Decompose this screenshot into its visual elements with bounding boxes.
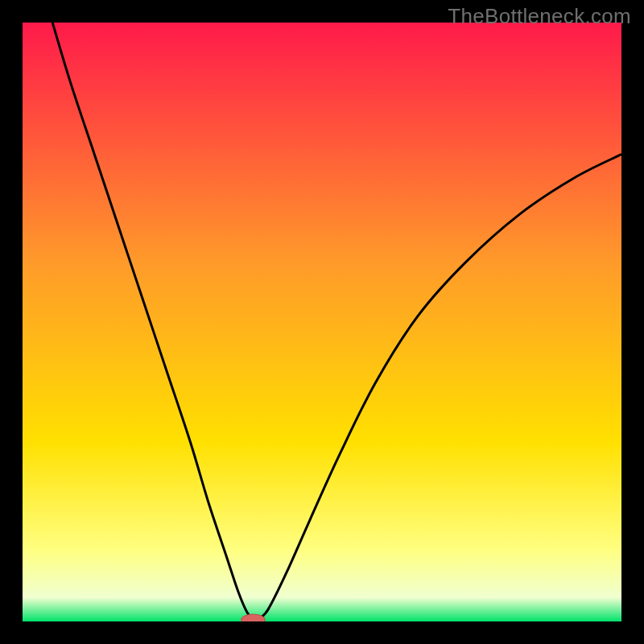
chart-frame: TheBottleneck.com [0,0,644,644]
watermark-text: TheBottleneck.com [448,4,631,29]
bottleneck-chart [23,23,621,621]
gradient-background [23,23,621,621]
plot-area [23,23,621,621]
